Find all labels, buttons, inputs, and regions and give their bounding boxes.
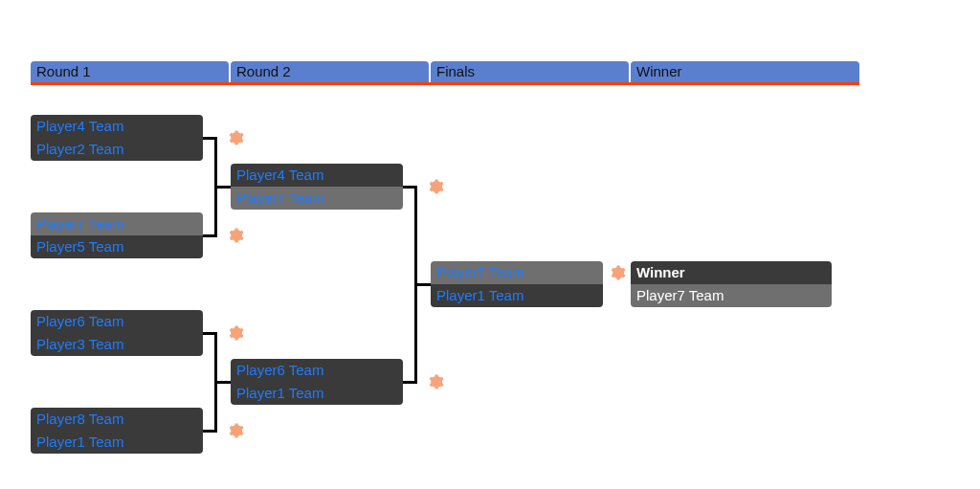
team-slot[interactable]: Player4 Team: [231, 164, 403, 187]
team-slot[interactable]: Player2 Team: [31, 138, 203, 161]
gear-icon[interactable]: [227, 227, 244, 244]
team-slot[interactable]: Player6 Team: [231, 359, 403, 382]
match-r1-3: Player6 Team Player3 Team: [31, 310, 203, 356]
bracket-line: [414, 283, 431, 286]
team-slot[interactable]: Player1 Team: [431, 284, 603, 307]
bracket-line: [214, 381, 231, 384]
gear-icon[interactable]: [227, 324, 244, 342]
team-slot[interactable]: Player4 Team: [31, 115, 203, 138]
team-slot[interactable]: Player3 Team: [31, 333, 203, 356]
gear-icon[interactable]: [227, 129, 244, 146]
round-header-2: Round 2: [231, 61, 429, 82]
winner-box: Winner Player7 Team: [631, 261, 832, 307]
gear-icon[interactable]: [427, 178, 444, 195]
winner-name: Player7 Team: [631, 284, 832, 307]
team-slot[interactable]: Player1 Team: [231, 382, 403, 405]
team-slot[interactable]: Player1 Team: [31, 431, 203, 454]
round-header-4: Winner: [631, 61, 859, 82]
bracket-line: [214, 186, 231, 189]
team-slot[interactable]: Player7 Team: [31, 212, 203, 235]
match-r1-2: Player7 Team Player5 Team: [31, 212, 203, 258]
round-header-3: Finals: [431, 61, 629, 82]
team-slot[interactable]: Player7 Team: [231, 187, 403, 210]
gear-icon[interactable]: [427, 373, 444, 390]
match-final: Player7 Team Player1 Team: [431, 261, 603, 307]
match-r1-4: Player8 Team Player1 Team: [31, 408, 203, 454]
gear-icon[interactable]: [227, 422, 244, 439]
team-slot[interactable]: Player8 Team: [31, 408, 203, 431]
gear-icon[interactable]: [609, 264, 626, 281]
match-r2-1: Player4 Team Player7 Team: [231, 164, 403, 210]
match-r2-2: Player6 Team Player1 Team: [231, 359, 403, 405]
winner-label: Winner: [631, 261, 832, 284]
match-r1-1: Player4 Team Player2 Team: [31, 115, 203, 161]
round-header-1: Round 1: [31, 61, 229, 82]
header-underline: [31, 82, 859, 85]
team-slot[interactable]: Player5 Team: [31, 235, 203, 258]
team-slot[interactable]: Player6 Team: [31, 310, 203, 333]
team-slot[interactable]: Player7 Team: [431, 261, 603, 284]
